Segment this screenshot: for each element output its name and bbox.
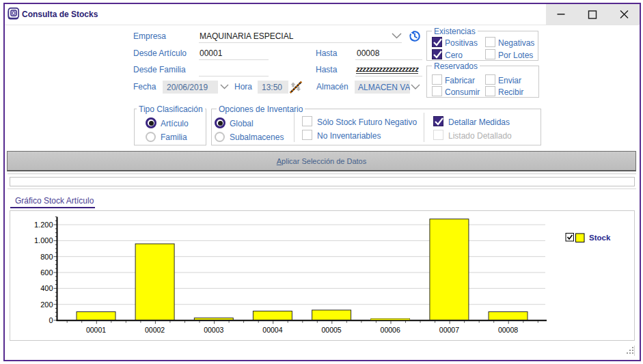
svg-text:00006: 00006 <box>381 326 400 334</box>
svg-text:1.200: 1.200 <box>34 221 53 229</box>
svg-text:00008: 00008 <box>498 326 518 334</box>
svg-text:00003: 00003 <box>204 326 223 334</box>
svg-text:1.000: 1.000 <box>34 236 53 244</box>
svg-text:0: 0 <box>49 316 53 324</box>
svg-text:00005: 00005 <box>321 326 341 334</box>
svg-text:00001: 00001 <box>86 326 106 334</box>
svg-text:Stock: Stock <box>589 234 611 242</box>
svg-text:00002: 00002 <box>145 326 165 334</box>
svg-text:400: 400 <box>40 284 53 292</box>
svg-text:200: 200 <box>40 300 53 309</box>
svg-text:800: 800 <box>40 253 53 261</box>
svg-text:600: 600 <box>40 268 53 277</box>
svg-text:00007: 00007 <box>439 326 459 334</box>
svg-text:00004: 00004 <box>262 326 282 334</box>
